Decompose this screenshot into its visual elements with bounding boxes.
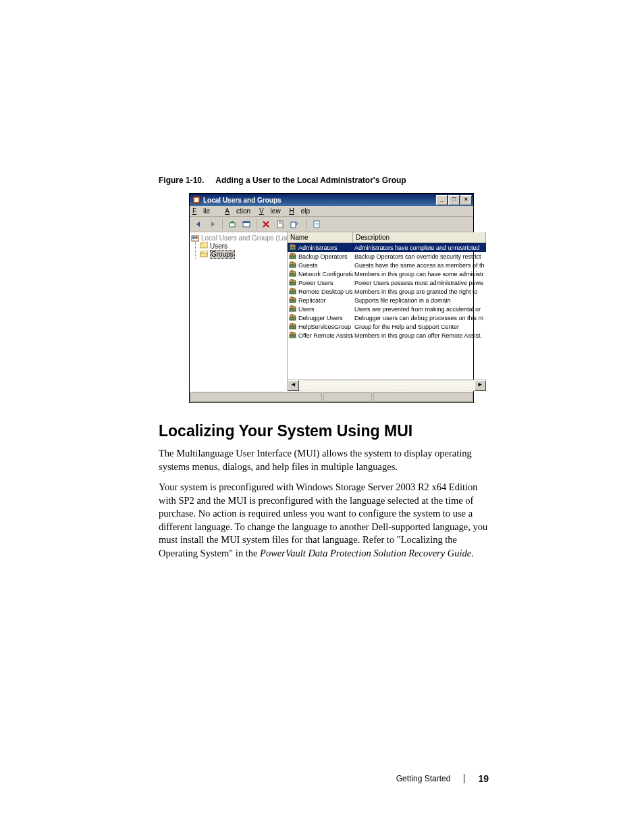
tree-root[interactable]: Local Users and Groups (Local) bbox=[191, 234, 286, 242]
back-button[interactable] bbox=[192, 218, 205, 230]
users-groups-icon bbox=[191, 234, 199, 242]
svg-rect-4 bbox=[243, 221, 250, 223]
maximize-button[interactable]: □ bbox=[448, 195, 460, 205]
list-row[interactable]: Power UsersPower Users possess most admi… bbox=[288, 278, 486, 287]
tree-groups[interactable]: Groups bbox=[200, 250, 286, 259]
list-row[interactable]: HelpServicesGroupGroup for the Help and … bbox=[288, 322, 486, 331]
properties-button[interactable] bbox=[274, 218, 286, 230]
figure-caption: Figure 1-10. Adding a User to the Local … bbox=[159, 176, 489, 185]
cell-description: Debugger users can debug processes on th… bbox=[353, 315, 486, 321]
app-icon bbox=[192, 196, 200, 204]
col-name[interactable]: Name bbox=[288, 232, 353, 242]
menu-help[interactable]: Help bbox=[289, 207, 310, 215]
svg-rect-46 bbox=[290, 335, 296, 338]
export-button[interactable] bbox=[288, 218, 300, 230]
svg-rect-40 bbox=[290, 317, 296, 320]
help-button[interactable]: ? bbox=[311, 218, 323, 230]
scroll-left-button[interactable]: ◄ bbox=[288, 380, 299, 391]
group-icon bbox=[289, 278, 296, 287]
cell-name: Guests bbox=[288, 261, 353, 269]
list-row[interactable]: UsersUsers are prevented from making acc… bbox=[288, 305, 486, 313]
toolbar: ? bbox=[190, 217, 473, 232]
cell-name: Remote Desktop Users bbox=[288, 287, 353, 296]
group-icon bbox=[289, 252, 296, 261]
list-row[interactable]: Backup OperatorsBackup Operators can ove… bbox=[288, 252, 486, 261]
para2-text-c: . bbox=[471, 548, 474, 558]
close-button[interactable]: × bbox=[460, 195, 472, 205]
forward-button[interactable] bbox=[207, 218, 219, 230]
tree-users[interactable]: Users bbox=[200, 242, 286, 250]
list-row[interactable]: GuestsGuests have the same access as mem… bbox=[288, 261, 486, 269]
svg-rect-43 bbox=[290, 326, 296, 329]
svg-rect-8 bbox=[291, 222, 296, 228]
svg-rect-19 bbox=[290, 256, 296, 259]
folder-icon bbox=[200, 242, 208, 250]
group-icon bbox=[289, 305, 296, 313]
tree-users-label: Users bbox=[210, 242, 227, 250]
menu-view[interactable]: View bbox=[259, 207, 281, 215]
group-icon bbox=[289, 313, 296, 322]
svg-rect-25 bbox=[290, 273, 296, 276]
statusbar bbox=[190, 391, 473, 402]
cell-description: Group for the Help and Support Center bbox=[353, 323, 486, 330]
col-description[interactable]: Description bbox=[353, 232, 486, 242]
cell-name: Backup Operators bbox=[288, 252, 353, 261]
figure-title: Adding a User to the Local Administrator… bbox=[215, 176, 406, 185]
page-number: 19 bbox=[478, 773, 489, 784]
group-icon bbox=[289, 269, 296, 278]
list-header: Name Description bbox=[288, 232, 486, 243]
svg-rect-28 bbox=[290, 282, 296, 285]
menu-file[interactable]: File bbox=[192, 207, 217, 215]
menu-action[interactable]: Action bbox=[225, 207, 250, 215]
cell-name: HelpServicesGroup bbox=[288, 322, 353, 331]
horizontal-scrollbar[interactable]: ◄ ► bbox=[288, 380, 486, 391]
svg-rect-31 bbox=[290, 291, 296, 294]
paragraph-2: Your system is preconfigured with Window… bbox=[159, 481, 489, 560]
list-row[interactable]: ReplicatorSupports file replication in a… bbox=[288, 296, 486, 305]
list-row[interactable]: Offer Remote Assistanc...Members in this… bbox=[288, 331, 486, 340]
footer-section: Getting Started bbox=[396, 774, 451, 783]
tree-root-label: Local Users and Groups (Local) bbox=[201, 234, 296, 242]
list-row[interactable]: Remote Desktop UsersMembers in this grou… bbox=[288, 287, 486, 296]
svg-point-12 bbox=[192, 236, 195, 239]
cell-description: Members in this group can have some admi… bbox=[353, 271, 486, 278]
cell-description: Backup Operators can override security r… bbox=[353, 253, 486, 260]
group-icon bbox=[289, 331, 296, 340]
tree-groups-label: Groups bbox=[210, 250, 235, 259]
group-icon bbox=[289, 322, 296, 331]
footer-divider bbox=[464, 774, 464, 783]
group-icon bbox=[289, 243, 296, 252]
cell-description: Supports file replication in a domain bbox=[353, 297, 486, 304]
up-button[interactable] bbox=[226, 218, 238, 230]
group-icon bbox=[289, 287, 296, 296]
para2-citation: PowerVault Data Protection Solution Reco… bbox=[260, 548, 471, 558]
minimize-button[interactable]: _ bbox=[436, 195, 448, 205]
scroll-right-button[interactable]: ► bbox=[475, 380, 486, 391]
para2-text-a: Your system is preconfigured with Window… bbox=[159, 481, 487, 558]
menubar: File Action View Help bbox=[190, 206, 473, 217]
list-row[interactable]: Network Configuration ...Members in this… bbox=[288, 269, 486, 278]
cell-name: Network Configuration ... bbox=[288, 269, 353, 278]
cell-name: Users bbox=[288, 305, 353, 313]
delete-button[interactable] bbox=[260, 218, 272, 230]
group-icon bbox=[289, 296, 296, 305]
cell-name: Power Users bbox=[288, 278, 353, 287]
cell-description: Users are prevented from making accident… bbox=[353, 306, 486, 313]
window-title: Local Users and Groups bbox=[203, 197, 435, 204]
svg-rect-2 bbox=[230, 223, 235, 227]
group-icon bbox=[289, 261, 296, 269]
section-heading: Localizing Your System Using MUI bbox=[159, 422, 489, 440]
cell-description: Members in this group are granted the ri… bbox=[353, 288, 486, 295]
cell-name: Replicator bbox=[288, 296, 353, 305]
svg-rect-16 bbox=[290, 247, 296, 250]
titlebar[interactable]: Local Users and Groups _ □ × bbox=[190, 194, 473, 206]
paragraph-1: The Multilanguage User Interface (MUI) a… bbox=[159, 447, 489, 473]
svg-text:?: ? bbox=[315, 221, 319, 228]
cell-description: Guests have the same access as members o… bbox=[353, 262, 486, 269]
scroll-track[interactable] bbox=[299, 381, 475, 390]
list-row[interactable]: AdministratorsAdministrators have comple… bbox=[288, 243, 486, 252]
list-body: AdministratorsAdministrators have comple… bbox=[288, 243, 486, 380]
cell-name: Offer Remote Assistanc... bbox=[288, 331, 353, 340]
show-hide-button[interactable] bbox=[240, 218, 252, 230]
list-row[interactable]: Debugger UsersDebugger users can debug p… bbox=[288, 313, 486, 322]
